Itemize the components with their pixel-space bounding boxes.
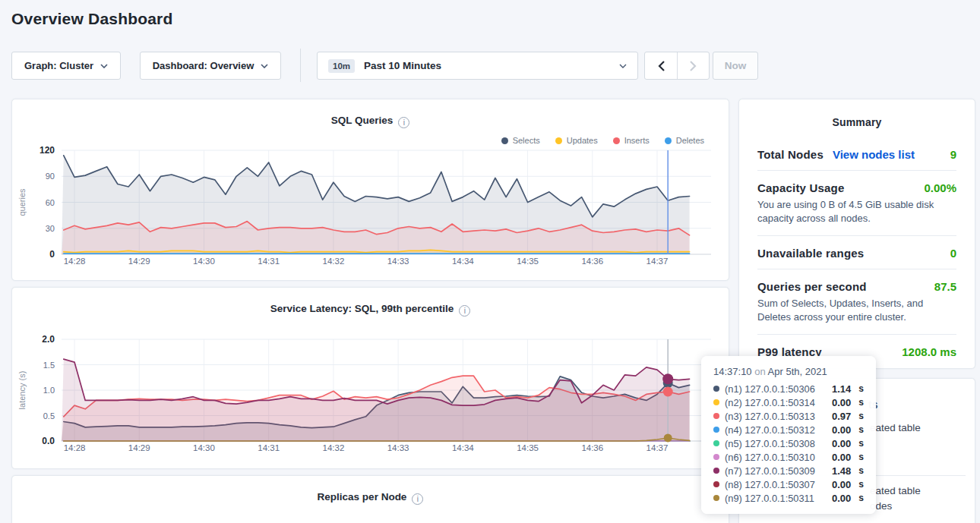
svg-text:14:35: 14:35 xyxy=(517,257,539,266)
svg-text:14:29: 14:29 xyxy=(128,443,150,452)
tooltip-node-label: (n6) 127.0.0.1:50310 xyxy=(725,452,827,463)
tooltip-node-unit: s xyxy=(858,438,864,449)
svg-text:14:35: 14:35 xyxy=(517,443,539,452)
tooltip-node-unit: s xyxy=(858,383,864,394)
tooltip-node-value: 0.00 xyxy=(832,438,851,449)
svg-text:120: 120 xyxy=(40,145,55,156)
tooltip-row: (n6) 127.0.0.1:503100.00s xyxy=(713,450,864,464)
summary-description: You are using 0 B of 4.5 GiB usable disk… xyxy=(757,198,956,226)
chevron-down-icon xyxy=(619,64,627,68)
series-color-dot xyxy=(713,481,719,487)
toolbar-divider xyxy=(300,49,301,82)
graph-dropdown[interactable]: Graph: Cluster xyxy=(11,52,121,80)
service-latency-chart[interactable]: 14:2814:2914:3014:3114:3214:3314:3414:35… xyxy=(12,288,730,470)
series-color-dot xyxy=(713,495,719,501)
tooltip-node-unit: s xyxy=(858,465,864,476)
svg-text:14:29: 14:29 xyxy=(128,257,150,266)
summary-label: Queries per second xyxy=(757,280,867,293)
svg-text:1.0: 1.0 xyxy=(43,386,55,395)
svg-text:14:34: 14:34 xyxy=(452,443,474,452)
tooltip-node-label: (n8) 127.0.0.1:50307 xyxy=(725,479,827,490)
svg-text:14:28: 14:28 xyxy=(64,443,86,452)
info-icon[interactable]: i xyxy=(412,493,423,505)
summary-value: 1208.0 ms xyxy=(902,345,956,358)
dashboard-dropdown[interactable]: Dashboard: Overview xyxy=(140,52,281,80)
tooltip-node-label: (n1) 127.0.0.1:50306 xyxy=(725,383,827,395)
tooltip-row: (n8) 127.0.0.1:503070.00s xyxy=(713,477,864,491)
series-color-dot xyxy=(713,454,719,460)
svg-text:0.5: 0.5 xyxy=(43,411,55,421)
chart-title-text: Replicas per Node xyxy=(318,491,407,503)
svg-text:14:34: 14:34 xyxy=(452,257,474,266)
tooltip-row: (n2) 127.0.0.1:503140.00s xyxy=(713,395,864,409)
summary-label: Capacity Usage xyxy=(757,181,845,194)
series-color-dot xyxy=(713,468,719,474)
svg-text:14:37: 14:37 xyxy=(646,257,669,266)
svg-text:60: 60 xyxy=(46,198,55,207)
series-color-dot xyxy=(713,413,719,419)
time-range-badge: 10m xyxy=(328,59,355,73)
summary-label: Unavailable ranges xyxy=(757,247,864,260)
tooltip-node-value: 0.00 xyxy=(832,424,851,436)
dashboard-dropdown-label: Dashboard: Overview xyxy=(153,60,254,71)
tooltip-title: 14:37:10 on Apr 5th, 2021 xyxy=(713,366,864,377)
svg-text:14:32: 14:32 xyxy=(323,443,345,452)
svg-text:14:28: 14:28 xyxy=(64,257,86,266)
chevron-right-icon xyxy=(690,61,697,71)
time-shift-button-group xyxy=(644,52,710,80)
tooltip-node-value: 0.00 xyxy=(832,479,851,490)
tooltip-node-unit: s xyxy=(858,493,864,503)
svg-text:14:37: 14:37 xyxy=(646,443,669,452)
replicas-per-node-chart-card: Replicas per Nodei xyxy=(11,475,729,523)
svg-text:0.0: 0.0 xyxy=(42,436,55,446)
tooltip-row: (n9) 127.0.0.1:503110.00s xyxy=(713,491,864,505)
summary-heading: Summary xyxy=(739,116,975,128)
sql-queries-chart[interactable]: 14:2814:2914:3014:3114:3214:3314:3414:35… xyxy=(12,99,730,282)
chevron-down-icon xyxy=(261,64,268,68)
svg-text:2.0: 2.0 xyxy=(42,334,55,345)
summary-body: Total Nodes View nodes list 9 Capacity U… xyxy=(739,128,975,367)
graph-dropdown-label: Graph: Cluster xyxy=(24,60,93,71)
summary-value: 0.00% xyxy=(924,181,956,194)
tooltip-row: (n4) 127.0.0.1:503120.00s xyxy=(713,423,864,436)
summary-label: Total Nodes xyxy=(757,148,824,161)
svg-text:14:36: 14:36 xyxy=(581,443,603,452)
svg-text:14:33: 14:33 xyxy=(387,257,409,266)
time-range-label: Past 10 Minutes xyxy=(364,60,441,71)
tooltip-node-value: 0.00 xyxy=(832,397,851,408)
tooltip-node-value: 0.00 xyxy=(832,493,851,504)
tooltip-date: Apr 5th, 2021 xyxy=(768,366,827,377)
tooltip-row: (n3) 127.0.0.1:503130.97s xyxy=(713,409,864,423)
svg-text:14:31: 14:31 xyxy=(258,257,280,266)
tooltip-node-unit: s xyxy=(858,424,864,435)
svg-text:90: 90 xyxy=(46,172,55,181)
summary-description: Sum of Selects, Updates, Inserts, and De… xyxy=(757,297,956,325)
tooltip-node-label: (n9) 127.0.0.1:50311 xyxy=(725,493,827,504)
now-button[interactable]: Now xyxy=(713,52,758,80)
tooltip-node-unit: s xyxy=(858,411,864,421)
svg-text:latency (s): latency (s) xyxy=(17,371,27,410)
tooltip-node-label: (n5) 127.0.0.1:50308 xyxy=(725,438,827,449)
summary-row-capacity-usage: Capacity Usage 0.00% You are using 0 B o… xyxy=(757,170,956,235)
series-color-dot xyxy=(713,399,719,405)
summary-value: 9 xyxy=(950,148,956,161)
chart-tooltip: 14:37:10 on Apr 5th, 2021 (n1) 127.0.0.1… xyxy=(701,356,876,514)
summary-row-queries-per-second: Queries per second 87.5 Sum of Selects, … xyxy=(757,269,956,334)
time-prev-button[interactable] xyxy=(645,52,677,79)
tooltip-node-unit: s xyxy=(858,452,864,462)
time-range-dropdown[interactable]: 10m Past 10 Minutes xyxy=(317,52,638,80)
chevron-left-icon xyxy=(658,61,665,71)
tooltip-node-value: 0.00 xyxy=(832,452,851,463)
series-color-dot xyxy=(713,386,719,392)
tooltip-time: 14:37:10 xyxy=(713,366,752,377)
tooltip-node-value: 0.97 xyxy=(832,411,851,422)
tooltip-separator: on xyxy=(754,366,765,377)
tooltip-row: (n1) 127.0.0.1:503061.14s xyxy=(713,382,864,395)
view-nodes-list-link[interactable]: View nodes list xyxy=(833,148,915,161)
summary-value: 87.5 xyxy=(934,280,956,293)
svg-text:14:30: 14:30 xyxy=(193,443,215,452)
svg-text:30: 30 xyxy=(46,224,55,233)
tooltip-node-label: (n3) 127.0.0.1:50313 xyxy=(725,411,827,422)
event-row-fragment: eated table xyxy=(870,485,921,496)
time-next-button[interactable] xyxy=(677,52,709,79)
